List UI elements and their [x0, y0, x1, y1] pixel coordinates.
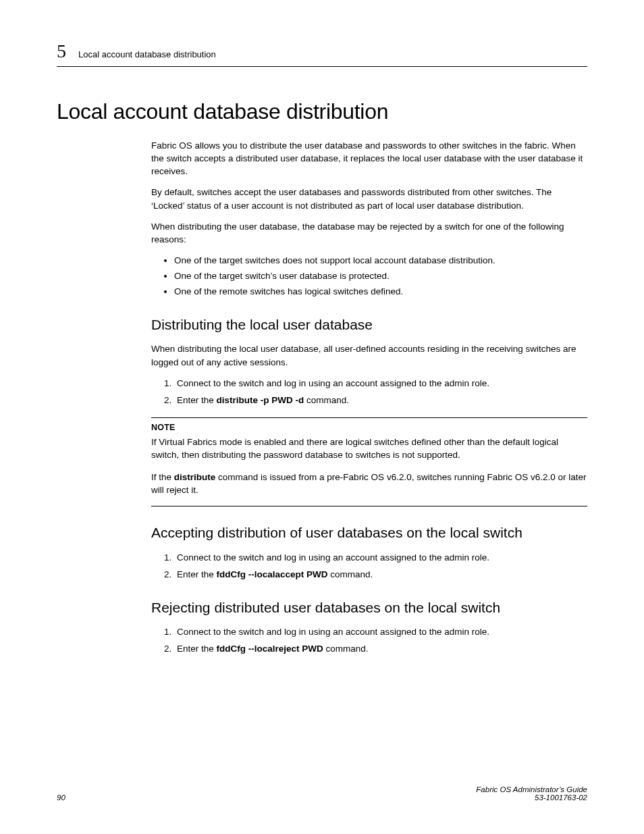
note-rule-top: [151, 417, 587, 418]
intro-paragraph: When distributing the user database, the…: [151, 220, 587, 246]
step-item: Enter the fddCfg --localreject PWD comma…: [174, 642, 587, 655]
note-body: If Virtual Fabrics mode is enabled and t…: [151, 436, 587, 461]
command-text: distribute: [174, 472, 216, 482]
footer-right: Fabric OS Administrator’s Guide 53-10017…: [476, 785, 587, 802]
intro-paragraph: Fabric OS allows you to distribute the u…: [151, 139, 587, 178]
list-item: One of the remote switches has logical s…: [174, 285, 587, 298]
step-item: Enter the fddCfg --localaccept PWD comma…: [174, 568, 587, 581]
step-item: Enter the distribute -p PWD -d command.: [174, 394, 587, 407]
body-column: Fabric OS allows you to distribute the u…: [151, 139, 587, 656]
text: If the: [151, 472, 174, 482]
running-title: Local account database distribution: [78, 49, 216, 59]
doc-number: 53-1001763-02: [476, 793, 587, 802]
subheading-reject: Rejecting distributed user databases on …: [151, 598, 587, 618]
page: 5 Local account database distribution Lo…: [0, 0, 644, 834]
post-note-paragraph: If the distribute command is issued from…: [151, 471, 587, 496]
reject-steps: Connect to the switch and log in using a…: [151, 625, 587, 655]
list-item: One of the target switches does not supp…: [174, 254, 587, 267]
step-text: command.: [328, 569, 373, 579]
note-label: NOTE: [151, 422, 587, 434]
rejection-reasons-list: One of the target switches does not supp…: [151, 254, 587, 298]
accept-steps: Connect to the switch and log in using a…: [151, 551, 587, 581]
step-item: Connect to the switch and log in using a…: [174, 551, 587, 564]
step-text: command.: [323, 644, 369, 654]
subheading-accept: Accepting distribution of user databases…: [151, 523, 587, 543]
command-text: fddCfg --localaccept PWD: [217, 569, 328, 579]
subheading-distribute: Distributing the local user database: [151, 315, 587, 335]
distribute-steps: Connect to the switch and log in using a…: [151, 377, 587, 407]
list-item: One of the target switch’s user database…: [174, 269, 587, 282]
running-header: 5 Local account database distribution: [57, 41, 587, 67]
step-text: Enter the: [177, 395, 217, 405]
step-item: Connect to the switch and log in using a…: [174, 625, 587, 638]
intro-paragraph: By default, switches accept the user dat…: [151, 186, 587, 211]
page-number: 90: [57, 793, 65, 802]
command-text: fddCfg --localreject PWD: [217, 644, 323, 654]
step-text: Enter the: [177, 644, 217, 654]
guide-title: Fabric OS Administrator’s Guide: [476, 785, 587, 793]
page-footer: 90 Fabric OS Administrator’s Guide 53-10…: [57, 785, 587, 802]
section-paragraph: When distributing the local user databas…: [151, 342, 587, 368]
text: command is issued from a pre-Fabric OS v…: [151, 472, 587, 495]
page-title: Local account database distribution: [57, 99, 587, 124]
chapter-number: 5: [57, 41, 66, 62]
step-text: Enter the: [177, 569, 217, 579]
note-rule-bottom: [151, 506, 587, 506]
step-text: command.: [304, 395, 349, 405]
step-item: Connect to the switch and log in using a…: [174, 377, 587, 390]
command-text: distribute -p PWD -d: [217, 395, 304, 405]
